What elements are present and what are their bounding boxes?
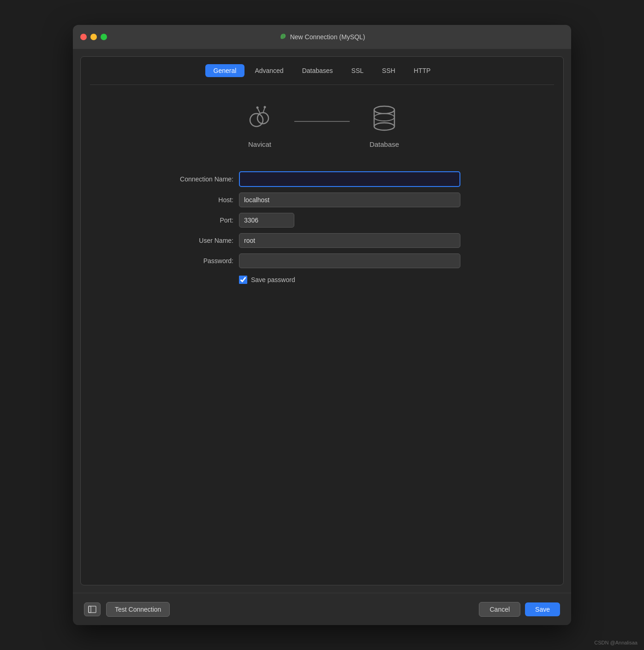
svg-point-10 — [374, 114, 394, 121]
window-icon — [279, 32, 287, 42]
tab-advanced[interactable]: Advanced — [246, 64, 292, 77]
database-label: Database — [370, 140, 399, 148]
bottom-bar: Test Connection Cancel Save — [73, 593, 571, 625]
host-input[interactable] — [239, 193, 460, 207]
navicat-icon — [244, 103, 276, 136]
tab-ssh[interactable]: SSH — [374, 64, 404, 77]
sidebar-toggle-button[interactable] — [84, 602, 101, 616]
traffic-lights — [80, 34, 107, 40]
form-area: Navicat — [90, 85, 554, 585]
username-label: User Name: — [161, 237, 239, 244]
host-label: Host: — [161, 196, 239, 204]
watermark: CSDN @Annalisaa — [594, 640, 638, 645]
connection-name-label: Connection Name: — [161, 175, 239, 183]
title-bar: New Connection (MySQL) — [73, 25, 571, 49]
close-button[interactable] — [80, 34, 87, 40]
database-icon — [368, 103, 400, 136]
port-label: Port: — [161, 217, 239, 224]
connection-name-input[interactable] — [239, 171, 460, 187]
svg-line-2 — [257, 108, 260, 114]
tab-container: General Advanced Databases SSL SSH HTTP — [80, 56, 564, 585]
svg-point-3 — [256, 107, 259, 109]
app-window: New Connection (MySQL) General Advanced … — [73, 25, 571, 625]
window-title: New Connection (MySQL) — [279, 32, 365, 42]
title-text: New Connection (MySQL) — [290, 33, 365, 41]
database-diagram-item: Database — [368, 103, 400, 148]
save-password-checkbox[interactable] — [239, 276, 247, 284]
cancel-button[interactable]: Cancel — [479, 602, 520, 617]
password-row: Password: — [161, 253, 483, 268]
tab-bar: General Advanced Databases SSL SSH HTTP — [90, 64, 554, 85]
password-input[interactable] — [239, 253, 460, 268]
tab-ssl[interactable]: SSL — [343, 64, 372, 77]
save-password-row: Save password — [239, 276, 483, 284]
tab-general[interactable]: General — [205, 64, 245, 77]
test-connection-button[interactable]: Test Connection — [106, 602, 170, 617]
form-fields: Connection Name: Host: Port: — [161, 171, 483, 284]
svg-rect-12 — [89, 606, 96, 613]
navicat-label: Navicat — [248, 140, 271, 148]
bottom-left: Test Connection — [84, 602, 170, 617]
save-button[interactable]: Save — [525, 602, 560, 616]
port-row: Port: — [161, 213, 483, 228]
minimize-button[interactable] — [90, 34, 97, 40]
connection-name-row: Connection Name: — [161, 171, 483, 187]
port-input[interactable] — [239, 213, 294, 228]
password-label: Password: — [161, 257, 239, 265]
diagram-connector — [294, 121, 350, 122]
svg-point-9 — [374, 123, 394, 130]
username-input[interactable] — [239, 233, 460, 248]
svg-point-5 — [264, 106, 266, 108]
save-password-label[interactable]: Save password — [251, 276, 295, 283]
bottom-right: Cancel Save — [479, 602, 560, 617]
tab-databases[interactable]: Databases — [294, 64, 341, 77]
maximize-button[interactable] — [101, 34, 107, 40]
connection-diagram: Navicat — [99, 103, 545, 148]
svg-point-6 — [374, 106, 394, 114]
navicat-diagram-item: Navicat — [244, 103, 276, 148]
window-content: General Advanced Databases SSL SSH HTTP — [73, 49, 571, 593]
svg-point-0 — [250, 114, 263, 126]
username-row: User Name: — [161, 233, 483, 248]
host-row: Host: — [161, 193, 483, 207]
tab-http[interactable]: HTTP — [405, 64, 439, 77]
